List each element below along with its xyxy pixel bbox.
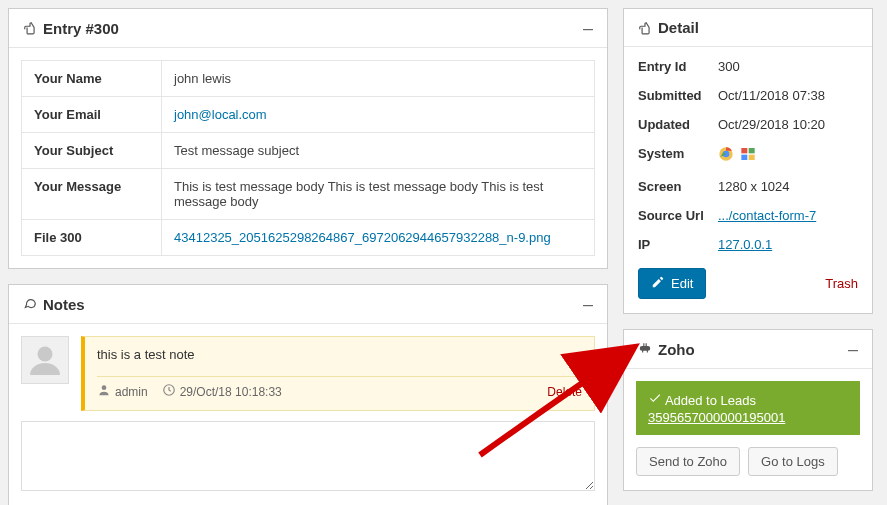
zoho-status: Added to Leads 3595657000000195001 bbox=[636, 381, 860, 435]
field-value: This is test message body This is test m… bbox=[162, 169, 595, 220]
field-label: Your Subject bbox=[22, 133, 162, 169]
entry-fields-table: Your Namejohn lewis Your Emailjohn@local… bbox=[21, 60, 595, 256]
check-icon bbox=[648, 393, 665, 408]
collapse-entry-button[interactable]: – bbox=[583, 19, 593, 37]
entry-id-value: 300 bbox=[718, 59, 858, 74]
svg-rect-5 bbox=[741, 148, 747, 153]
system-label: System bbox=[638, 146, 718, 165]
field-value: john lewis bbox=[162, 61, 595, 97]
note-body: this is a test note bbox=[97, 347, 582, 362]
field-row: File 30043412325_2051625298264867_697206… bbox=[22, 220, 595, 256]
plug-icon bbox=[638, 342, 652, 356]
entry-panel-title: Entry #300 bbox=[23, 20, 119, 37]
windows-icon bbox=[740, 146, 756, 165]
system-value bbox=[718, 146, 858, 165]
notes-panel: Notes – this is a test note bbox=[8, 284, 608, 505]
field-row: Your Emailjohn@local.com bbox=[22, 97, 595, 133]
screen-label: Screen bbox=[638, 179, 718, 194]
email-link[interactable]: john@local.com bbox=[174, 107, 267, 122]
entry-id-label: Entry Id bbox=[638, 59, 718, 74]
field-label: File 300 bbox=[22, 220, 162, 256]
ip-link[interactable]: 127.0.0.1 bbox=[718, 237, 772, 252]
pencil-icon bbox=[651, 275, 665, 292]
svg-rect-8 bbox=[749, 155, 755, 160]
source-url-link[interactable]: .../contact-form-7 bbox=[718, 208, 816, 223]
detail-panel-title: Detail bbox=[638, 19, 699, 36]
avatar bbox=[21, 336, 69, 384]
trash-link[interactable]: Trash bbox=[825, 276, 858, 291]
entry-panel: Entry #300 – Your Namejohn lewis Your Em… bbox=[8, 8, 608, 269]
svg-rect-7 bbox=[741, 155, 747, 160]
field-row: Your Namejohn lewis bbox=[22, 61, 595, 97]
edit-button[interactable]: Edit bbox=[638, 268, 706, 299]
source-url-label: Source Url bbox=[638, 208, 718, 223]
delete-note-button[interactable]: Delete bbox=[547, 385, 582, 399]
svg-rect-6 bbox=[749, 148, 755, 153]
svg-point-1 bbox=[102, 385, 107, 390]
send-to-zoho-button[interactable]: Send to Zoho bbox=[636, 447, 740, 476]
thumbs-up-icon bbox=[23, 21, 37, 35]
file-link[interactable]: 43412325_2051625298264867_69720629446579… bbox=[174, 230, 551, 245]
updated-value: Oct/29/2018 10:20 bbox=[718, 117, 858, 132]
zoho-panel-title: Zoho bbox=[638, 341, 695, 358]
note-input[interactable] bbox=[21, 421, 595, 491]
chrome-icon bbox=[718, 146, 734, 165]
screen-value: 1280 x 1024 bbox=[718, 179, 858, 194]
note-author: admin bbox=[115, 385, 148, 399]
zoho-record-link[interactable]: 3595657000000195001 bbox=[648, 410, 848, 425]
field-label: Your Message bbox=[22, 169, 162, 220]
clock-icon bbox=[162, 383, 176, 400]
detail-panel: Detail Entry Id 300 Submitted Oct/11/201… bbox=[623, 8, 873, 314]
ip-label: IP bbox=[638, 237, 718, 252]
submitted-value: Oct/11/2018 07:38 bbox=[718, 88, 858, 103]
user-icon bbox=[97, 383, 111, 400]
note-item: this is a test note admin 29/Oct/18 10:1… bbox=[21, 336, 595, 411]
thumbs-up-icon bbox=[638, 21, 652, 35]
collapse-zoho-button[interactable]: – bbox=[848, 340, 858, 358]
field-row: Your SubjectTest message subject bbox=[22, 133, 595, 169]
field-value: Test message subject bbox=[162, 133, 595, 169]
note-time: 29/Oct/18 10:18:33 bbox=[180, 385, 282, 399]
zoho-panel: Zoho – Added to Leads 359565700000019500… bbox=[623, 329, 873, 491]
comments-icon bbox=[23, 297, 37, 311]
go-to-logs-button[interactable]: Go to Logs bbox=[748, 447, 838, 476]
updated-label: Updated bbox=[638, 117, 718, 132]
svg-point-0 bbox=[38, 347, 53, 362]
submitted-label: Submitted bbox=[638, 88, 718, 103]
field-label: Your Email bbox=[22, 97, 162, 133]
field-row: Your MessageThis is test message body Th… bbox=[22, 169, 595, 220]
collapse-notes-button[interactable]: – bbox=[583, 295, 593, 313]
field-label: Your Name bbox=[22, 61, 162, 97]
notes-panel-title: Notes bbox=[23, 296, 85, 313]
